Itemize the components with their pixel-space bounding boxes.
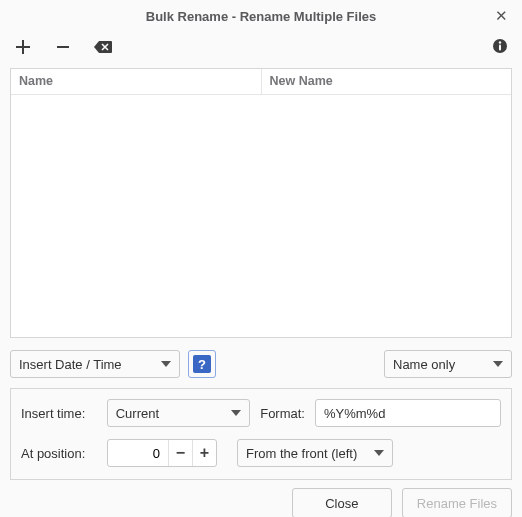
svg-point-2 — [499, 41, 501, 43]
operation-select[interactable]: Insert Date / Time — [10, 350, 180, 378]
close-button[interactable]: Close — [292, 488, 392, 517]
insert-time-label: Insert time: — [21, 406, 97, 421]
svg-rect-3 — [499, 45, 501, 51]
remove-button[interactable] — [54, 38, 72, 56]
position-stepper[interactable]: − + — [107, 439, 217, 467]
clear-button[interactable] — [94, 38, 112, 56]
position-decrement[interactable]: − — [168, 440, 192, 466]
position-increment[interactable]: + — [192, 440, 216, 466]
svg-rect-0 — [57, 46, 69, 48]
help-icon: ? — [193, 355, 211, 373]
chevron-down-icon — [366, 450, 384, 456]
column-newname[interactable]: New Name — [262, 69, 512, 94]
file-table: Name New Name — [10, 68, 512, 338]
rename-files-button[interactable]: Rename Files — [402, 488, 512, 517]
add-button[interactable] — [14, 38, 32, 56]
minus-icon — [56, 40, 70, 54]
from-select[interactable]: From the front (left) — [237, 439, 393, 467]
chevron-down-icon — [153, 361, 171, 367]
window-title: Bulk Rename - Rename Multiple Files — [146, 9, 376, 24]
info-button[interactable] — [492, 38, 508, 57]
scope-select[interactable]: Name only — [384, 350, 512, 378]
format-input[interactable] — [315, 399, 501, 427]
plus-icon — [16, 40, 30, 54]
chevron-down-icon — [485, 361, 503, 367]
backspace-clear-icon — [94, 40, 112, 54]
close-icon[interactable]: ✕ — [495, 8, 508, 23]
position-label: At position: — [21, 446, 97, 461]
column-name[interactable]: Name — [11, 69, 262, 94]
chevron-down-icon — [223, 410, 241, 416]
format-label: Format: — [260, 406, 305, 421]
position-input[interactable] — [108, 446, 168, 461]
info-icon — [492, 38, 508, 54]
help-button[interactable]: ? — [188, 350, 216, 378]
svg-text:?: ? — [198, 357, 206, 372]
operation-select-value: Insert Date / Time — [19, 357, 122, 372]
scope-select-value: Name only — [393, 357, 455, 372]
from-select-value: From the front (left) — [246, 446, 357, 461]
insert-time-value: Current — [116, 406, 159, 421]
insert-time-select[interactable]: Current — [107, 399, 251, 427]
